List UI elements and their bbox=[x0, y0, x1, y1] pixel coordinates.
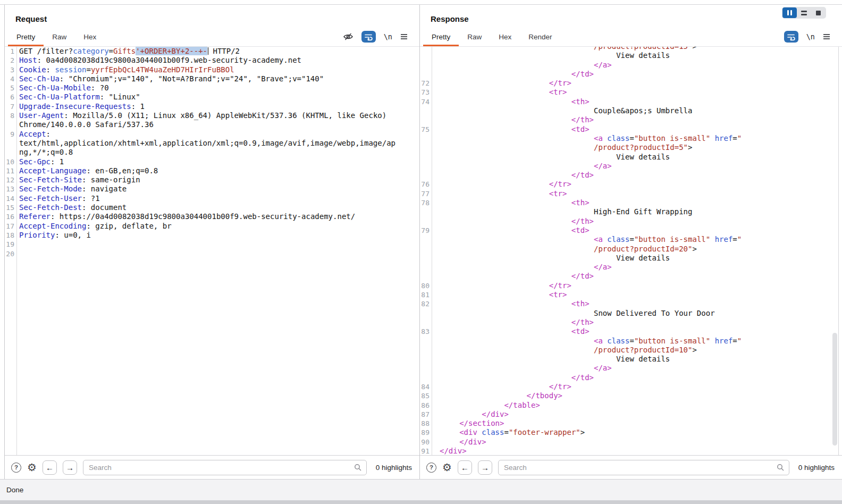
response-editor[interactable]: /product?productId=15">View details</a><… bbox=[420, 47, 842, 455]
tab-pretty[interactable]: Pretty bbox=[423, 30, 459, 46]
code-line[interactable]: Chrome/140.0.0.0 Safari/537.36 bbox=[5, 120, 419, 129]
response-scrollbar-thumb[interactable] bbox=[832, 333, 837, 446]
tab-hex[interactable]: Hex bbox=[75, 30, 105, 46]
code-line[interactable]: 15Sec-Fetch-Dest: document bbox=[5, 203, 419, 212]
code-line[interactable]: Snow Delivered To Your Door bbox=[420, 309, 842, 318]
code-line[interactable]: </a> bbox=[420, 162, 842, 171]
code-line[interactable]: 3Cookie: session=yyrfEpbQcL4TW4uaZeHD7HI… bbox=[5, 65, 419, 74]
code-line[interactable]: 5Sec-Ch-Ua-Mobile: ?0 bbox=[5, 83, 419, 93]
code-line[interactable]: <a class="button is-small" href=" bbox=[420, 134, 842, 143]
code-line[interactable]: /product?productId=15"> bbox=[420, 47, 842, 51]
code-line[interactable]: text/html,application/xhtml+xml,applicat… bbox=[5, 139, 419, 148]
code-line[interactable]: /product?productId=10"> bbox=[420, 346, 842, 355]
code-line[interactable]: 77<tr> bbox=[420, 189, 842, 198]
code-line[interactable]: <a class="button is-small" href=" bbox=[420, 235, 842, 244]
code-line[interactable]: </th> bbox=[420, 217, 842, 226]
code-line[interactable]: 8User-Agent: Mozilla/5.0 (X11; Linux x86… bbox=[5, 111, 419, 120]
code-line[interactable]: /product?productId=20"> bbox=[420, 245, 842, 254]
prev-match-button[interactable]: ← bbox=[43, 460, 57, 475]
word-wrap-icon[interactable] bbox=[784, 31, 798, 43]
tab-pretty[interactable]: Pretty bbox=[8, 30, 44, 46]
eye-slash-icon[interactable] bbox=[343, 31, 353, 42]
code-line[interactable]: </th> bbox=[420, 115, 842, 124]
code-line[interactable]: 9Accept: bbox=[5, 130, 419, 139]
help-icon[interactable]: ? bbox=[426, 463, 436, 473]
columns-layout-icon[interactable] bbox=[782, 7, 797, 18]
code-line[interactable]: View details bbox=[420, 355, 842, 364]
code-line[interactable]: 2Host: 0a4d0082038d19c9800a3044001b00f9.… bbox=[5, 56, 419, 65]
code-line[interactable]: </td> bbox=[420, 373, 842, 382]
code-line[interactable]: 10Sec-Gpc: 1 bbox=[5, 157, 419, 166]
tab-raw[interactable]: Raw bbox=[44, 30, 75, 46]
prev-match-button[interactable]: ← bbox=[458, 460, 472, 475]
bottom-edge bbox=[0, 500, 842, 504]
rows-layout-icon[interactable] bbox=[797, 7, 811, 18]
code-line[interactable]: View details bbox=[420, 254, 842, 263]
code-line[interactable]: 81<tr> bbox=[420, 290, 842, 299]
settings-gear-icon[interactable]: ⚙ bbox=[442, 462, 452, 473]
request-editor[interactable]: 1GET /filter?category=Gifts'+ORDER+BY+2-… bbox=[5, 47, 419, 455]
code-line[interactable]: 12Sec-Fetch-Site: same-origin bbox=[5, 175, 419, 184]
next-match-button[interactable]: → bbox=[63, 460, 77, 475]
code-line[interactable]: 1GET /filter?category=Gifts'+ORDER+BY+2-… bbox=[5, 47, 419, 56]
code-line[interactable]: 7Upgrade-Insecure-Requests: 1 bbox=[5, 102, 419, 111]
help-icon[interactable]: ? bbox=[11, 463, 21, 473]
response-search-input[interactable] bbox=[498, 460, 789, 475]
next-match-button[interactable]: → bbox=[478, 460, 492, 475]
code-line[interactable]: Couple&apos;s Umbrella bbox=[420, 106, 842, 115]
code-line[interactable]: 78<th> bbox=[420, 198, 842, 207]
code-line[interactable]: 11Accept-Language: en-GB,en;q=0.8 bbox=[5, 166, 419, 175]
code-line[interactable]: 19 bbox=[5, 240, 419, 249]
word-wrap-icon[interactable] bbox=[361, 31, 376, 43]
code-line[interactable]: 73<tr> bbox=[420, 88, 842, 97]
code-line[interactable]: 13Sec-Fetch-Mode: navigate bbox=[5, 184, 419, 194]
code-line[interactable]: 82<th> bbox=[420, 299, 842, 308]
code-line[interactable]: 74<th> bbox=[420, 97, 842, 106]
code-line[interactable]: 91</div> bbox=[420, 447, 842, 455]
code-line[interactable]: ng,*/*;q=0.8 bbox=[5, 148, 419, 157]
code-line[interactable]: 84</tr> bbox=[420, 382, 842, 391]
code-line[interactable]: 17Accept-Encoding: gzip, deflate, br bbox=[5, 222, 419, 231]
newline-toggle-icon[interactable]: \n bbox=[806, 32, 815, 41]
tab-render[interactable]: Render bbox=[520, 30, 560, 46]
code-line[interactable]: <a class="button is-small" href=" bbox=[420, 337, 842, 346]
code-line[interactable]: /product?productId=5"> bbox=[420, 143, 842, 152]
editor-menu-icon[interactable] bbox=[400, 33, 408, 40]
code-line[interactable]: 83<td> bbox=[420, 327, 842, 336]
code-line[interactable]: 79<td> bbox=[420, 226, 842, 235]
editor-menu-icon[interactable] bbox=[823, 33, 830, 40]
code-line[interactable]: </a> bbox=[420, 364, 842, 373]
code-line[interactable]: 80</tr> bbox=[420, 281, 842, 290]
code-line[interactable]: 75<td> bbox=[420, 125, 842, 134]
tab-raw[interactable]: Raw bbox=[459, 30, 490, 46]
request-search-input[interactable] bbox=[83, 460, 367, 475]
single-layout-icon[interactable] bbox=[811, 7, 826, 18]
code-line[interactable]: 89<div class="footer-wrapper"> bbox=[420, 428, 842, 437]
code-line[interactable]: 87</div> bbox=[420, 410, 842, 419]
code-line[interactable]: 18Priority: u=0, i bbox=[5, 231, 419, 240]
code-line[interactable]: 88</section> bbox=[420, 419, 842, 428]
code-line[interactable]: 90</div> bbox=[420, 438, 842, 447]
code-line[interactable]: High-End Gift Wrapping bbox=[420, 207, 842, 216]
code-line[interactable]: 76</tr> bbox=[420, 180, 842, 189]
newline-toggle-icon[interactable]: \n bbox=[384, 32, 392, 41]
code-line[interactable]: View details bbox=[420, 153, 842, 162]
code-line[interactable]: 72</tr> bbox=[420, 79, 842, 88]
code-line[interactable]: </td> bbox=[420, 70, 842, 79]
code-line[interactable]: 86</table> bbox=[420, 401, 842, 410]
code-line[interactable]: 16Referer: https://0a4d0082038d19c9800a3… bbox=[5, 212, 419, 221]
code-line[interactable]: </th> bbox=[420, 318, 842, 327]
line-number: 4 bbox=[5, 74, 16, 83]
code-line[interactable]: 4Sec-Ch-Ua: "Chromium";v="140", "Not=A?B… bbox=[5, 74, 419, 83]
code-line[interactable]: </td> bbox=[420, 272, 842, 281]
code-line[interactable]: 14Sec-Fetch-User: ?1 bbox=[5, 194, 419, 203]
code-line[interactable]: 6Sec-Ch-Ua-Platform: "Linux" bbox=[5, 93, 419, 102]
tab-hex[interactable]: Hex bbox=[490, 30, 520, 46]
settings-gear-icon[interactable]: ⚙ bbox=[27, 462, 37, 473]
code-line[interactable]: 20 bbox=[5, 249, 419, 258]
code-line[interactable]: </a> bbox=[420, 61, 842, 70]
code-line[interactable]: 85</tbody> bbox=[420, 391, 842, 400]
code-line[interactable]: </td> bbox=[420, 171, 842, 180]
code-line[interactable]: View details bbox=[420, 51, 842, 60]
code-line[interactable]: </a> bbox=[420, 263, 842, 272]
